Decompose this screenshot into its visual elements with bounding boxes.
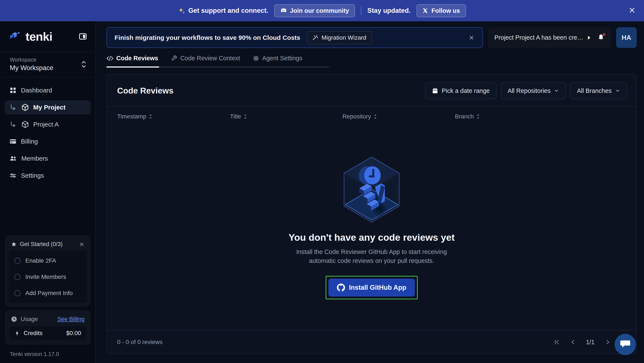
see-billing-link[interactable]: See Billing [57,316,84,322]
sidebar-collapse-icon[interactable] [79,33,87,40]
corner-arrow-icon [9,121,16,128]
clock-icon [11,316,17,322]
corner-arrow-icon [9,104,16,111]
first-page-button[interactable] [554,339,560,345]
avatar[interactable]: HA [616,27,637,48]
version-text: Tenki version 1.17.0 [0,344,96,363]
get-started-card: Get Started (0/3) Enable 2FA Invite Memb… [5,236,90,306]
sort-icon [244,114,247,119]
sidebar-item-billing[interactable]: Billing [5,134,91,148]
cube-icon [21,104,29,111]
get-started-item-invite[interactable]: Invite Members [14,274,81,280]
chevron-down-icon [554,88,559,93]
next-page-button[interactable] [604,339,611,345]
column-title[interactable]: Title [230,113,342,120]
x-logo-icon [422,8,428,14]
workspace-name: My Workspace [10,64,80,72]
caret-right-icon [588,36,591,40]
chat-bubble-icon [620,339,631,350]
highlight-box: Install GitHub App [326,276,418,299]
migration-text: Finish migrating your workflows to save … [114,34,300,41]
chevron-up-down-icon [80,60,87,69]
radio-icon [14,290,21,296]
code-icon [106,56,113,61]
sidebar: tenki Workspace My Workspace Dashboard [0,21,96,363]
calendar-icon [432,88,438,94]
column-branch[interactable]: Branch [455,113,636,120]
sidebar-item-settings[interactable]: Settings [5,168,91,182]
table-footer: 0 - 0 of 0 reviews 1/1 [107,330,636,354]
credits-value: $0.00 [66,330,81,336]
radio-icon [14,274,21,280]
cube-icon [21,120,29,128]
bolt-icon [14,330,20,336]
branches-dropdown[interactable]: All Branches [570,82,627,99]
sort-icon [374,114,377,119]
migration-banner: Finish migrating your workflows to save … [106,27,483,48]
install-github-app-button[interactable]: Install GitHub App [328,279,415,296]
sidebar-item-dashboard[interactable]: Dashboard [5,83,91,97]
get-started-close-icon[interactable] [79,242,84,247]
sort-icon [476,114,480,119]
get-started-item-2fa[interactable]: Enable 2FA [14,257,81,264]
promo-banner: Get support and connect. Join our commun… [0,0,644,21]
sidebar-item-project-a[interactable]: Project A [5,118,91,132]
discord-icon [280,8,287,13]
previous-page-button[interactable] [570,339,576,345]
empty-state: You don't have any code reviews yet Inst… [107,126,636,330]
chevron-down-icon [615,88,620,93]
get-started-item-payment[interactable]: Add Payment Info [14,290,81,296]
credit-card-icon [9,138,16,145]
workspace-selector[interactable]: Workspace My Workspace [0,52,96,77]
sort-icon [149,114,152,119]
empty-state-heading: You don't have any code reviews yet [288,232,455,243]
logo: tenki [0,21,96,52]
join-community-button[interactable]: Join our community [274,4,355,17]
migration-close-icon[interactable] [464,32,479,44]
promo-support-text: Get support and connect. [178,7,268,14]
page-title: Code Reviews [117,86,425,96]
migration-wizard-button[interactable]: Migration Wizard [307,31,372,44]
tab-code-review-context[interactable]: Code Review Context [171,55,241,68]
promo-updated-text: Stay updated. [367,7,410,14]
tab-agent-settings[interactable]: Agent Settings [253,55,303,68]
sidebar-item-members[interactable]: Members [5,152,91,166]
review-count: 0 - 0 of 0 reviews [117,339,554,346]
empty-state-illustration [341,154,402,224]
follow-us-button[interactable]: Follow us [416,4,466,17]
notification-dot [602,33,606,36]
star-icon [11,241,17,247]
bell-icon[interactable] [597,34,604,42]
sidebar-item-my-project[interactable]: My Project [5,100,91,114]
promo-close-icon[interactable] [629,7,636,14]
tab-code-reviews[interactable]: Code Reviews [106,55,159,68]
notification-text: Project Project A has been cre… [494,34,584,41]
wrench-icon [171,55,178,62]
sidebar-nav: Dashboard My Project Project A [0,77,96,182]
radio-icon [14,258,21,264]
column-timestamp[interactable]: Timestamp [117,113,230,120]
column-repository[interactable]: Repository [342,113,455,120]
chat-bubble-button[interactable] [614,334,636,355]
table-header: Timestamp Title Repository Branch [107,106,636,126]
logo-text: tenki [26,30,52,44]
get-started-title: Get Started (0/3) [20,241,76,248]
empty-state-description: Install the Code Reviewer GitHub App to … [290,247,454,265]
notification-pill[interactable]: Project Project A has been cre… [488,27,611,48]
credits-label: Credits [24,330,63,336]
repositories-dropdown[interactable]: All Repositories [501,82,566,99]
grid-icon [9,87,16,94]
divider [361,6,362,15]
gear-icon [253,55,259,62]
github-icon [337,284,345,292]
date-range-button[interactable]: Pick a date range [425,82,497,99]
usage-title: Usage [21,316,54,322]
sliders-icon [9,172,16,179]
sparkles-icon [178,7,185,14]
main-content: Finish migrating your workflows to save … [96,21,644,363]
usage-card: Usage See Billing Credits $0.00 [5,310,90,344]
tab-bar: Code Reviews Code Review Context Agent S… [106,55,329,68]
page-indicator: 1/1 [586,339,594,346]
wand-icon [312,35,318,41]
credits-row: Credits $0.00 [10,326,86,340]
